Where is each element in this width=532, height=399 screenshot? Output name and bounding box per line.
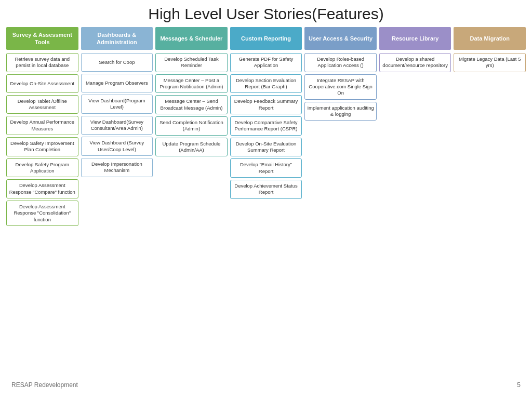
card-custom-6[interactable]: Develop Achievement Status Report [230, 180, 302, 199]
card-user-0[interactable]: Develop Roles-based Application Access (… [304, 53, 377, 72]
col-header-survey: Survey & Assessment Tools [6, 27, 78, 50]
col-header-resource: Resource Library [379, 27, 451, 50]
col-header-custom: Custom Reporting [230, 27, 302, 50]
card-messages-3[interactable]: Send Completion Notification (Admin) [155, 116, 228, 136]
card-messages-1[interactable]: Message Center – Post a Program Notifica… [155, 74, 228, 94]
card-dashboards-0[interactable]: Search for Coop [81, 53, 153, 72]
card-custom-4[interactable]: Develop On-Site Evaluation Summary Repor… [230, 138, 302, 157]
card-custom-5[interactable]: Develop "Email History" Report [230, 158, 302, 178]
card-messages-0[interactable]: Develop Scheduled Task Reminder [155, 53, 228, 72]
card-migration-0[interactable]: Migrate Legacy Data (Last 5 yrs) [454, 53, 526, 72]
card-user-2[interactable]: Implement application auditing & logging [304, 102, 377, 121]
footer: RESAP Redevelopment 5 [6, 379, 526, 389]
footer-left: RESAP Redevelopment [11, 381, 78, 389]
columns-wrapper: Survey & Assessment ToolsRetrieve survey… [6, 27, 526, 379]
col-header-migration: Data Migration [454, 27, 526, 50]
footer-right: 5 [517, 381, 521, 389]
card-dashboards-1[interactable]: Manage Program Observers [81, 74, 153, 92]
column-messages: Messages & SchedulerDevelop Scheduled Ta… [155, 27, 228, 158]
column-dashboards: Dashboards & AdministrationSearch for Co… [81, 27, 153, 179]
card-survey-2[interactable]: Develop Tablet /Offline Assessment [6, 95, 78, 114]
card-custom-0[interactable]: Generate PDF for Safety Application [230, 53, 302, 72]
card-dashboards-3[interactable]: View Dashboard(Survey Consultant/Area Ad… [81, 116, 153, 135]
col-header-user: User Access & Security [304, 27, 377, 50]
column-resource: Resource LibraryDevelop a shared documen… [379, 27, 451, 74]
card-dashboards-5[interactable]: Develop Impersonation Mechanism [81, 158, 153, 177]
card-survey-5[interactable]: Develop Safety Program Application [6, 158, 78, 178]
card-survey-1[interactable]: Develop On-Site Assessment [6, 74, 78, 93]
card-custom-1[interactable]: Develop Section Evaluation Report (Bar G… [230, 74, 302, 94]
card-survey-7[interactable]: Develop Assessment Response "Consolidati… [6, 201, 78, 226]
card-resource-0[interactable]: Develop a shared document/resource repos… [379, 53, 451, 72]
card-dashboards-4[interactable]: View Dashboard (Survey User/Coop Level) [81, 137, 153, 156]
card-survey-6[interactable]: Develop Assessment Response "Compare" fu… [6, 179, 78, 198]
card-user-1[interactable]: Integrate RESAP with Cooperative.com Sin… [304, 74, 377, 100]
card-custom-2[interactable]: Develop Feedback Summary Report [230, 95, 302, 114]
card-custom-3[interactable]: Develop Comparative Safety Performance R… [230, 116, 302, 136]
card-messages-4[interactable]: Update Program Schedule (Admin/AA) [155, 138, 228, 157]
page-title: High Level User Stories(Features) [6, 5, 526, 23]
column-user: User Access & SecurityDevelop Roles-base… [304, 27, 377, 123]
card-survey-4[interactable]: Develop Safety Improvement Plan Completi… [6, 137, 78, 156]
card-dashboards-2[interactable]: View Dashboard(Program Level) [81, 95, 153, 114]
card-survey-0[interactable]: Retrieve survey data and persist in loca… [6, 53, 78, 72]
column-survey: Survey & Assessment ToolsRetrieve survey… [6, 27, 78, 228]
col-header-messages: Messages & Scheduler [155, 27, 228, 50]
column-migration: Data MigrationMigrate Legacy Data (Last … [454, 27, 526, 74]
column-custom: Custom ReportingGenerate PDF for Safety … [230, 27, 302, 201]
col-header-dashboards: Dashboards & Administration [81, 27, 153, 50]
page: High Level User Stories(Features) Survey… [0, 0, 532, 399]
card-survey-3[interactable]: Develop Annual Performance Measures [6, 116, 78, 135]
card-messages-2[interactable]: Message Center – Send Broadcast Message … [155, 95, 228, 114]
